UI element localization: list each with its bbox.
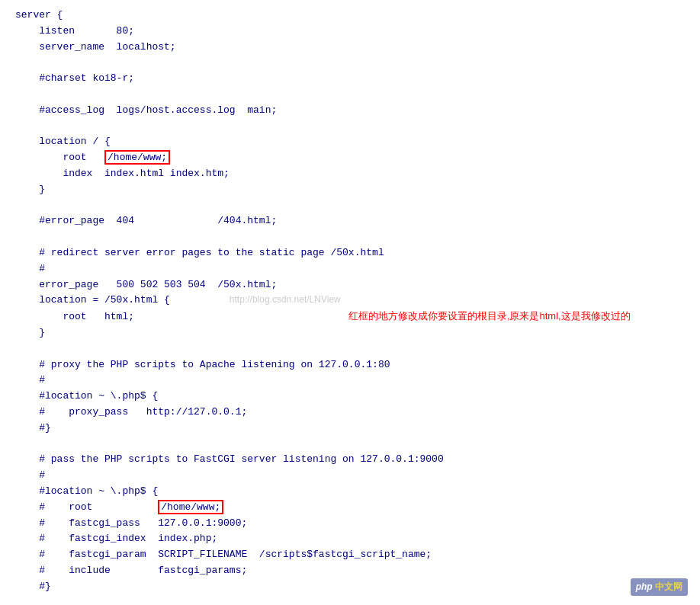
code-line-29: # pass the PHP scripts to FastCGI server… xyxy=(15,452,685,468)
code-line-6 xyxy=(15,87,685,103)
code-line-17: # xyxy=(15,261,685,277)
code-line-31: #location ~ \.php$ { xyxy=(15,484,685,500)
code-line-19: location = /50x.html { http://blog.csdn.… xyxy=(15,293,685,309)
code-line-12: } xyxy=(15,182,685,198)
comment-red-text: 红框的地方修改成你要设置的根目录,原来是html,这是我修改过的 xyxy=(348,310,631,322)
code-line-36: # include fastcgi_params; xyxy=(15,563,685,579)
code-line-25: #location ~ \.php$ { xyxy=(15,389,685,405)
code-line-23: # proxy the PHP scripts to Apache listen… xyxy=(15,357,685,373)
code-line-3: server_name localhost; xyxy=(15,40,685,56)
code-line-30: # xyxy=(15,468,685,484)
code-line-20: root html; 红框的地方修改成你要设置的根目录,原来是html,这是我修… xyxy=(15,309,685,325)
code-line-8 xyxy=(15,119,685,135)
code-line-15 xyxy=(15,229,685,245)
code-line-37: #} xyxy=(15,579,685,595)
code-line-2: listen 80; xyxy=(15,24,685,40)
php-badge-cn: 中文网 xyxy=(655,581,682,592)
code-line-7: #access_log logs/host.access.log main; xyxy=(15,103,685,119)
code-line-4 xyxy=(15,55,685,71)
code-line-28 xyxy=(15,437,685,453)
watermark-text: http://blog.csdn.net/LNView xyxy=(230,294,341,305)
code-line-5: #charset koi8-r; xyxy=(15,71,685,87)
code-line-21: } xyxy=(15,325,685,341)
code-line-13 xyxy=(15,198,685,214)
code-line-34: # fastcgi_index index.php; xyxy=(15,531,685,547)
code-line-18: error_page 500 502 503 504 /50x.html; xyxy=(15,277,685,293)
code-line-33: # fastcgi_pass 127.0.0.1:9000; xyxy=(15,516,685,532)
code-line-32: # root /home/www; xyxy=(15,500,685,516)
highlight-root-1: /home/www; xyxy=(104,150,170,165)
code-line-10: root /home/www; xyxy=(15,150,685,166)
code-line-35: # fastcgi_param SCRIPT_FILENAME /scripts… xyxy=(15,547,685,563)
code-line-24: # xyxy=(15,373,685,389)
code-line-9: location / { xyxy=(15,134,685,150)
code-line-14: #error_page 404 /404.html; xyxy=(15,213,685,229)
php-badge-text: php xyxy=(636,581,653,592)
code-line-11: index index.html index.htm; xyxy=(15,166,685,182)
highlight-root-2: /home/www; xyxy=(158,500,223,514)
code-line-1: server { xyxy=(15,8,685,24)
php-badge: php 中文网 xyxy=(631,578,688,596)
code-container: server { listen 80; server_name localhos… xyxy=(0,0,700,602)
code-line-22 xyxy=(15,341,685,357)
code-line-16: # redirect server error pages to the sta… xyxy=(15,245,685,261)
code-line-26: # proxy_pass http://127.0.0.1; xyxy=(15,405,685,421)
code-line-27: #} xyxy=(15,421,685,437)
